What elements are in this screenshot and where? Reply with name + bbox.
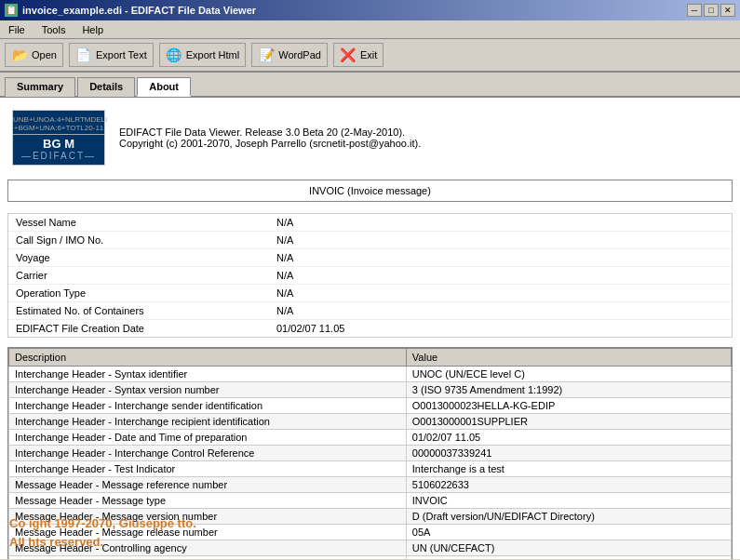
menu-file[interactable]: File <box>5 23 29 36</box>
table-cell-desc: Interchange Header - Date and Time of pr… <box>9 430 407 446</box>
info-label: EDIFACT File Creation Date <box>8 320 269 337</box>
title-bar-left: 📋 invoice_example.edi - EDIFACT File Dat… <box>5 4 256 17</box>
open-label: Open <box>32 49 57 60</box>
about-line1: EDIFACT File Data Viewer. Release 3.0 Be… <box>119 127 421 138</box>
info-value: N/A <box>269 302 301 319</box>
table-cell-value: INVOIC <box>406 493 731 509</box>
table-cell-desc: Message Header - Message type <box>9 493 407 509</box>
tab-bar: Summary Details About <box>0 73 740 98</box>
table-cell-value: 00000037339241 <box>406 446 731 461</box>
table-cell-desc: Interchange Header - Test Indicator <box>9 461 407 477</box>
about-section: UNB+UNOA:4+NLRTMDELI+BGM+UNA:6+TOTL20-11… <box>7 105 733 170</box>
data-table: Description Value Interchange Header - S… <box>8 348 732 559</box>
info-label: Operation Type <box>8 285 269 301</box>
logo-separator: —EDIFACT— <box>21 151 96 161</box>
menu-bar: File Tools Help <box>0 20 740 39</box>
table-cell-value: O0013000001SUPPLIER <box>406 414 731 430</box>
table-row: Interchange Header - Syntax version numb… <box>9 382 732 398</box>
info-row: Call Sign / IMO No. N/A <box>8 232 732 249</box>
table-row: Message Header - Controlling agency UN (… <box>9 540 732 556</box>
info-row: Operation Type N/A <box>8 285 732 302</box>
table-cell-desc: Message Header - Message reference numbe… <box>9 477 407 493</box>
info-row: Vessel Name N/A <box>8 214 732 232</box>
info-label: Estimated No. of Containers <box>8 302 269 319</box>
table-row: Message Document name code Self-billed i… <box>9 556 732 560</box>
title-bar-buttons[interactable]: ─ □ ✕ <box>687 4 735 17</box>
maximize-button[interactable]: □ <box>704 4 719 17</box>
table-cell-value: Self-billed invoice <box>406 556 731 560</box>
info-value: N/A <box>269 214 301 231</box>
minimize-button[interactable]: ─ <box>687 4 702 17</box>
exit-button[interactable]: ❌ Exit <box>333 43 383 67</box>
menu-tools[interactable]: Tools <box>38 23 70 36</box>
table-cell-value: 01/02/07 11.05 <box>406 430 731 446</box>
table-row: Interchange Header - Interchange recipie… <box>9 414 732 430</box>
tab-about[interactable]: About <box>137 77 191 97</box>
wordpad-button[interactable]: 📝 WordPad <box>251 43 328 67</box>
info-row: Carrier N/A <box>8 267 732 285</box>
info-value: N/A <box>269 267 301 284</box>
table-cell-desc: Message Header - Message release number <box>9 525 407 540</box>
logo-box: UNB+UNOA:4+NLRTMDELI+BGM+UNA:6+TOTL20-11… <box>12 110 105 166</box>
info-value: N/A <box>269 249 301 266</box>
exit-label: Exit <box>360 49 377 60</box>
table-row: Interchange Header - Interchange Control… <box>9 446 732 461</box>
info-value: 01/02/07 11.05 <box>269 320 352 337</box>
info-row: EDIFACT File Creation Date 01/02/07 11.0… <box>8 320 732 337</box>
table-cell-value: Interchange is a test <box>406 461 731 477</box>
table-cell-value: UN (UN/CEFACT) <box>406 540 731 556</box>
info-label: Carrier <box>8 267 269 284</box>
menu-help[interactable]: Help <box>78 23 107 36</box>
info-label: Call Sign / IMO No. <box>8 232 269 248</box>
open-button[interactable]: 📂 Open <box>5 43 63 67</box>
about-text-block: EDIFACT File Data Viewer. Release 3.0 Be… <box>119 127 421 149</box>
table-row: Interchange Header - Test Indicator Inte… <box>9 461 732 477</box>
info-value: N/A <box>269 285 301 301</box>
table-cell-desc: Interchange Header - Syntax version numb… <box>9 382 407 398</box>
export-text-button[interactable]: 📄 Export Text <box>69 43 154 67</box>
table-cell-value: 3 (ISO 9735 Amendment 1:1992) <box>406 382 731 398</box>
logo-text: BG M <box>43 137 74 151</box>
wordpad-icon: 📝 <box>258 47 275 63</box>
exit-icon: ❌ <box>340 47 357 63</box>
about-line2: Copyright (c) 2001-2070, Joseph Parrello… <box>119 138 421 149</box>
main-content: UNB+UNOA:4+NLRTMDELI+BGM+UNA:6+TOTL20-11… <box>0 98 740 559</box>
col-header-value: Value <box>406 349 731 367</box>
table-cell-desc: Message Header - Controlling agency <box>9 540 407 556</box>
toolbar: 📂 Open 📄 Export Text 🌐 Export Html 📝 Wor… <box>0 39 740 73</box>
table-row: Message Header - Message reference numbe… <box>9 477 732 493</box>
table-row: Interchange Header - Date and Time of pr… <box>9 430 732 446</box>
table-wrapper[interactable]: Description Value Interchange Header - S… <box>7 347 733 559</box>
logo-toptext: UNB+UNOA:4+NLRTMDELI+BGM+UNA:6+TOTL20-11 <box>13 115 104 135</box>
export-html-icon: 🌐 <box>166 47 182 63</box>
export-html-label: Export Html <box>186 49 239 60</box>
title-bar-text: invoice_example.edi - EDIFACT File Data … <box>22 5 256 16</box>
table-cell-desc: Interchange Header - Interchange sender … <box>9 398 407 414</box>
table-cell-desc: Message Header - Message version number <box>9 509 407 525</box>
table-cell-desc: Message Document name code <box>9 556 407 560</box>
tab-details[interactable]: Details <box>77 77 135 97</box>
table-cell-value: 5106022633 <box>406 477 731 493</box>
open-icon: 📂 <box>11 47 28 63</box>
app-icon: 📋 <box>5 4 18 17</box>
table-cell-value: 05A <box>406 525 731 540</box>
info-label: Voyage <box>8 249 269 266</box>
table-row: Message Header - Message type INVOIC <box>9 493 732 509</box>
close-button[interactable]: ✕ <box>720 4 735 17</box>
export-text-icon: 📄 <box>75 47 92 63</box>
table-cell-value: D (Draft version/UN/EDIFACT Directory) <box>406 509 731 525</box>
table-cell-value: UNOC (UN/ECE level C) <box>406 367 731 382</box>
table-cell-value: O0013000023HELLA-KG-EDIP <box>406 398 731 414</box>
col-header-description: Description <box>9 349 407 367</box>
info-row: Estimated No. of Containers N/A <box>8 302 732 320</box>
table-row: Message Header - Message version number … <box>9 509 732 525</box>
info-grid: Vessel Name N/A Call Sign / IMO No. N/A … <box>7 213 733 338</box>
table-row: Message Header - Message release number … <box>9 525 732 540</box>
wordpad-label: WordPad <box>278 49 321 60</box>
info-label: Vessel Name <box>8 214 269 231</box>
export-html-button[interactable]: 🌐 Export Html <box>159 43 246 67</box>
table-cell-desc: Interchange Header - Interchange Control… <box>9 446 407 461</box>
title-bar: 📋 invoice_example.edi - EDIFACT File Dat… <box>0 0 740 20</box>
tab-summary[interactable]: Summary <box>5 77 75 97</box>
info-value: N/A <box>269 232 301 248</box>
